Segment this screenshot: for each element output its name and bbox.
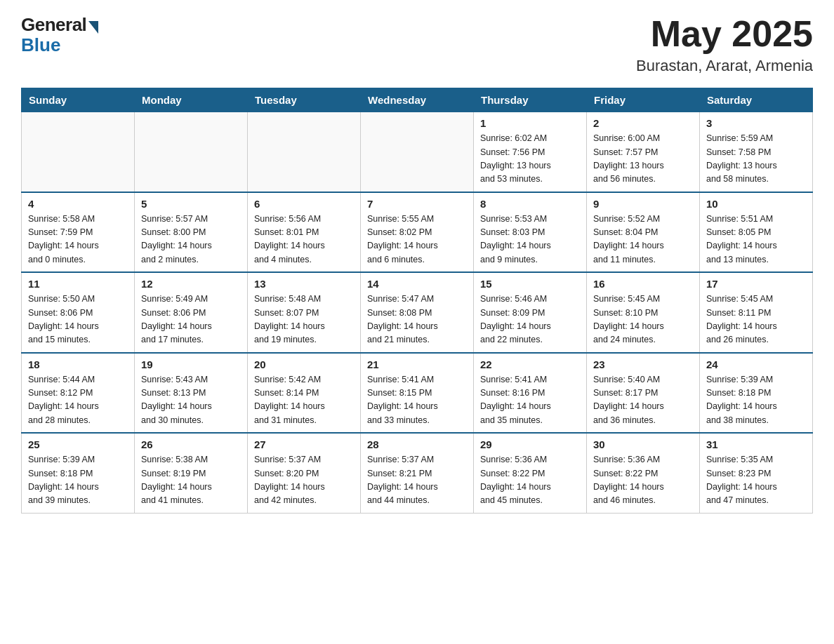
day-number: 4	[28, 198, 128, 210]
day-info: Sunrise: 5:35 AMSunset: 8:23 PMDaylight:…	[706, 453, 806, 508]
day-number: 30	[593, 438, 693, 450]
day-info: Sunrise: 5:36 AMSunset: 8:22 PMDaylight:…	[593, 453, 693, 508]
page-header: General Blue May 2025 Burastan, Ararat, …	[21, 14, 813, 75]
calendar-cell: 2Sunrise: 6:00 AMSunset: 7:57 PMDaylight…	[587, 112, 700, 192]
day-info: Sunrise: 5:47 AMSunset: 8:08 PMDaylight:…	[367, 293, 467, 347]
day-number: 6	[254, 198, 354, 210]
day-info: Sunrise: 5:48 AMSunset: 8:07 PMDaylight:…	[254, 293, 354, 347]
calendar-cell: 11Sunrise: 5:50 AMSunset: 8:06 PMDayligh…	[22, 272, 135, 353]
calendar-cell: 1Sunrise: 6:02 AMSunset: 7:56 PMDaylight…	[474, 112, 587, 192]
day-info: Sunrise: 5:42 AMSunset: 8:14 PMDaylight:…	[254, 373, 354, 428]
calendar-cell: 7Sunrise: 5:55 AMSunset: 8:02 PMDaylight…	[361, 192, 474, 273]
calendar-cell: 24Sunrise: 5:39 AMSunset: 8:18 PMDayligh…	[700, 353, 813, 434]
calendar-header-row: SundayMondayTuesdayWednesdayThursdayFrid…	[22, 88, 813, 112]
day-info: Sunrise: 5:41 AMSunset: 8:15 PMDaylight:…	[367, 373, 467, 428]
day-number: 13	[254, 278, 354, 290]
day-number: 15	[480, 278, 580, 290]
day-number: 21	[367, 358, 467, 370]
calendar-table: SundayMondayTuesdayWednesdayThursdayFrid…	[21, 88, 813, 514]
calendar-header-saturday: Saturday	[700, 88, 813, 112]
logo-blue-text: Blue	[21, 34, 60, 56]
day-info: Sunrise: 5:43 AMSunset: 8:13 PMDaylight:…	[141, 373, 241, 428]
calendar-week-row: 1Sunrise: 6:02 AMSunset: 7:56 PMDaylight…	[22, 112, 813, 192]
calendar-header-thursday: Thursday	[474, 88, 587, 112]
day-info: Sunrise: 6:00 AMSunset: 7:57 PMDaylight:…	[593, 132, 693, 187]
day-info: Sunrise: 5:39 AMSunset: 8:18 PMDaylight:…	[706, 373, 806, 428]
day-number: 28	[367, 438, 467, 450]
calendar-cell: 19Sunrise: 5:43 AMSunset: 8:13 PMDayligh…	[135, 353, 248, 434]
logo-general-text: General	[21, 14, 86, 36]
calendar-cell: 22Sunrise: 5:41 AMSunset: 8:16 PMDayligh…	[474, 353, 587, 434]
location-title: Burastan, Ararat, Armenia	[636, 57, 813, 75]
day-info: Sunrise: 5:37 AMSunset: 8:20 PMDaylight:…	[254, 453, 354, 508]
day-info: Sunrise: 5:39 AMSunset: 8:18 PMDaylight:…	[28, 453, 128, 508]
calendar-cell: 25Sunrise: 5:39 AMSunset: 8:18 PMDayligh…	[22, 433, 135, 513]
calendar-cell: 27Sunrise: 5:37 AMSunset: 8:20 PMDayligh…	[248, 433, 361, 513]
day-info: Sunrise: 5:45 AMSunset: 8:10 PMDaylight:…	[593, 293, 693, 347]
day-info: Sunrise: 5:51 AMSunset: 8:05 PMDaylight:…	[706, 213, 806, 267]
title-section: May 2025 Burastan, Ararat, Armenia	[636, 14, 813, 75]
day-number: 5	[141, 198, 241, 210]
day-number: 23	[593, 358, 693, 370]
calendar-week-row: 11Sunrise: 5:50 AMSunset: 8:06 PMDayligh…	[22, 272, 813, 353]
day-number: 16	[593, 278, 693, 290]
day-info: Sunrise: 5:37 AMSunset: 8:21 PMDaylight:…	[367, 453, 467, 508]
day-info: Sunrise: 5:58 AMSunset: 7:59 PMDaylight:…	[28, 213, 128, 267]
calendar-cell	[135, 112, 248, 192]
day-number: 22	[480, 358, 580, 370]
day-number: 10	[706, 198, 806, 210]
calendar-cell: 9Sunrise: 5:52 AMSunset: 8:04 PMDaylight…	[587, 192, 700, 273]
calendar-cell: 13Sunrise: 5:48 AMSunset: 8:07 PMDayligh…	[248, 272, 361, 353]
calendar-cell: 18Sunrise: 5:44 AMSunset: 8:12 PMDayligh…	[22, 353, 135, 434]
day-number: 9	[593, 198, 693, 210]
day-info: Sunrise: 5:41 AMSunset: 8:16 PMDaylight:…	[480, 373, 580, 428]
day-info: Sunrise: 5:57 AMSunset: 8:00 PMDaylight:…	[141, 213, 241, 267]
calendar-cell: 28Sunrise: 5:37 AMSunset: 8:21 PMDayligh…	[361, 433, 474, 513]
day-number: 29	[480, 438, 580, 450]
logo: General Blue	[21, 14, 98, 56]
calendar-cell: 4Sunrise: 5:58 AMSunset: 7:59 PMDaylight…	[22, 192, 135, 273]
day-number: 31	[706, 438, 806, 450]
day-number: 11	[28, 278, 128, 290]
calendar-cell: 26Sunrise: 5:38 AMSunset: 8:19 PMDayligh…	[135, 433, 248, 513]
day-number: 20	[254, 358, 354, 370]
calendar-cell: 16Sunrise: 5:45 AMSunset: 8:10 PMDayligh…	[587, 272, 700, 353]
calendar-cell	[22, 112, 135, 192]
day-number: 8	[480, 198, 580, 210]
calendar-cell: 17Sunrise: 5:45 AMSunset: 8:11 PMDayligh…	[700, 272, 813, 353]
calendar-cell: 12Sunrise: 5:49 AMSunset: 8:06 PMDayligh…	[135, 272, 248, 353]
calendar-header-sunday: Sunday	[22, 88, 135, 112]
calendar-cell: 23Sunrise: 5:40 AMSunset: 8:17 PMDayligh…	[587, 353, 700, 434]
day-info: Sunrise: 5:46 AMSunset: 8:09 PMDaylight:…	[480, 293, 580, 347]
day-info: Sunrise: 5:36 AMSunset: 8:22 PMDaylight:…	[480, 453, 580, 508]
day-number: 24	[706, 358, 806, 370]
day-info: Sunrise: 5:45 AMSunset: 8:11 PMDaylight:…	[706, 293, 806, 347]
calendar-week-row: 4Sunrise: 5:58 AMSunset: 7:59 PMDaylight…	[22, 192, 813, 273]
day-number: 27	[254, 438, 354, 450]
calendar-cell: 29Sunrise: 5:36 AMSunset: 8:22 PMDayligh…	[474, 433, 587, 513]
calendar-cell: 31Sunrise: 5:35 AMSunset: 8:23 PMDayligh…	[700, 433, 813, 513]
day-info: Sunrise: 5:56 AMSunset: 8:01 PMDaylight:…	[254, 213, 354, 267]
calendar-cell: 30Sunrise: 5:36 AMSunset: 8:22 PMDayligh…	[587, 433, 700, 513]
day-number: 26	[141, 438, 241, 450]
calendar-week-row: 18Sunrise: 5:44 AMSunset: 8:12 PMDayligh…	[22, 353, 813, 434]
day-info: Sunrise: 5:40 AMSunset: 8:17 PMDaylight:…	[593, 373, 693, 428]
day-number: 18	[28, 358, 128, 370]
day-number: 17	[706, 278, 806, 290]
calendar-cell: 3Sunrise: 5:59 AMSunset: 7:58 PMDaylight…	[700, 112, 813, 192]
day-number: 7	[367, 198, 467, 210]
day-number: 19	[141, 358, 241, 370]
calendar-cell: 5Sunrise: 5:57 AMSunset: 8:00 PMDaylight…	[135, 192, 248, 273]
day-info: Sunrise: 5:38 AMSunset: 8:19 PMDaylight:…	[141, 453, 241, 508]
calendar-cell: 8Sunrise: 5:53 AMSunset: 8:03 PMDaylight…	[474, 192, 587, 273]
day-number: 3	[706, 117, 806, 129]
day-info: Sunrise: 6:02 AMSunset: 7:56 PMDaylight:…	[480, 132, 580, 187]
calendar-cell	[361, 112, 474, 192]
calendar-cell: 20Sunrise: 5:42 AMSunset: 8:14 PMDayligh…	[248, 353, 361, 434]
day-info: Sunrise: 5:59 AMSunset: 7:58 PMDaylight:…	[706, 132, 806, 187]
calendar-cell: 10Sunrise: 5:51 AMSunset: 8:05 PMDayligh…	[700, 192, 813, 273]
day-info: Sunrise: 5:44 AMSunset: 8:12 PMDaylight:…	[28, 373, 128, 428]
day-info: Sunrise: 5:49 AMSunset: 8:06 PMDaylight:…	[141, 293, 241, 347]
day-number: 1	[480, 117, 580, 129]
calendar-cell: 21Sunrise: 5:41 AMSunset: 8:15 PMDayligh…	[361, 353, 474, 434]
